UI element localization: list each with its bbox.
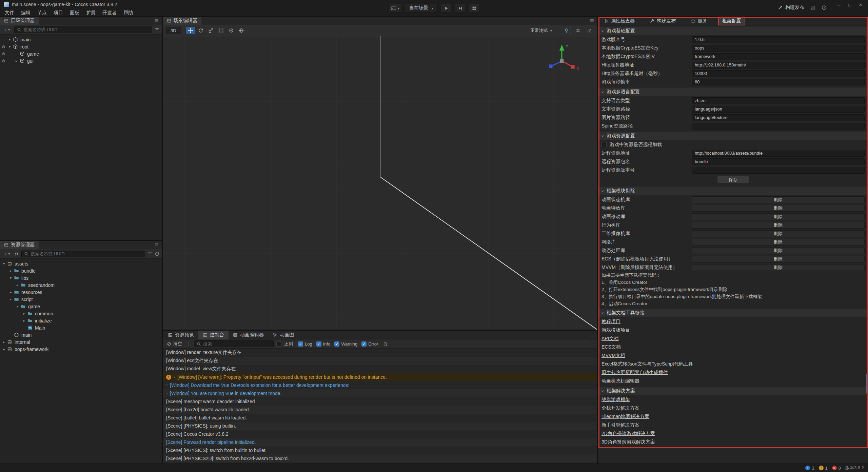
expand-arrow-icon[interactable]: ▾: [15, 304, 20, 308]
panel-menu-icon[interactable]: [152, 242, 162, 247]
config-input[interactable]: [692, 79, 865, 85]
config-input[interactable]: [692, 45, 865, 52]
inspector-tab[interactable]: 框架配置: [718, 17, 745, 25]
expand-arrow-icon[interactable]: ▸: [8, 290, 13, 294]
doc-link[interactable]: 动画状态机编辑器: [601, 378, 639, 384]
doc-link[interactable]: 教程项目: [601, 319, 620, 325]
config-input[interactable]: [692, 62, 865, 68]
panel-menu-icon[interactable]: [152, 18, 162, 23]
pivot-tool-button[interactable]: [227, 27, 236, 34]
axis-gizmo[interactable]: Y X: [543, 40, 581, 78]
doc-link[interactable]: 全栈开发解决方案: [601, 405, 639, 411]
expand-arrow-icon[interactable]: ▾: [7, 45, 12, 48]
minimize-button[interactable]: ─: [833, 1, 844, 8]
scene-selector-dropdown[interactable]: 当前场景▾: [405, 4, 438, 13]
console-tab[interactable]: 动画图: [268, 331, 298, 339]
tree-item[interactable]: ▾script: [0, 296, 162, 303]
create-asset-button[interactable]: +▾: [2, 251, 12, 257]
filter-checkbox[interactable]: ✓: [334, 341, 339, 347]
expand-arrow-icon[interactable]: ▾: [1, 262, 6, 266]
section-header[interactable]: ∨游戏多语言配置: [598, 87, 868, 96]
doc-link[interactable]: 新手引导解决方案: [601, 422, 639, 428]
scene-settings-button[interactable]: [585, 27, 594, 34]
config-input[interactable]: [692, 70, 865, 77]
log-row[interactable]: [Window] ecs文件夹存在: [163, 357, 597, 365]
tree-item[interactable]: ▸internal: [0, 338, 162, 346]
expand-arrow-icon[interactable]: ▸: [1, 340, 6, 344]
delete-button[interactable]: 删除: [692, 239, 865, 245]
scene-viewport[interactable]: Y X: [163, 36, 597, 330]
status-info-badge[interactable]: i3: [805, 466, 814, 471]
doc-link[interactable]: Tiledmap地图解决方案: [601, 414, 649, 420]
delete-button[interactable]: 删除: [692, 222, 865, 229]
tree-item[interactable]: ▸seedrandom: [0, 281, 162, 289]
filter-checkbox[interactable]: ✓: [316, 341, 321, 347]
log-row[interactable]: [Scene] [PHYSICS]: switch from builtin t…: [163, 446, 597, 454]
log-row[interactable]: [Scene] [PHYSICS]: using builtin.: [163, 422, 597, 430]
expand-arrow-icon[interactable]: ▸: [8, 269, 13, 273]
config-input[interactable]: [692, 150, 865, 157]
hierarchy-panel-tab[interactable]: 层级管理器: [0, 17, 39, 25]
delete-button[interactable]: 删除: [692, 196, 865, 203]
section-header[interactable]: ∨框架模块剔除: [598, 186, 868, 195]
panel-menu-icon[interactable]: [587, 333, 597, 337]
tree-item[interactable]: ▸oops-framework: [0, 346, 162, 353]
layout-grid-button[interactable]: [469, 4, 479, 13]
scrollbar-thumb[interactable]: [866, 374, 868, 393]
view-mode-dropdown[interactable]: 正常浏览 ▾: [530, 27, 552, 34]
config-input[interactable]: [692, 167, 865, 174]
log-row[interactable]: [Window] render_texture文件夹存在: [163, 349, 597, 357]
doc-link[interactable]: API文档: [601, 336, 619, 342]
menu-item[interactable]: 编辑: [18, 9, 34, 16]
grid-toggle-button[interactable]: [573, 27, 583, 34]
tree-item[interactable]: TSMain: [0, 324, 162, 331]
delete-button[interactable]: 删除: [692, 256, 865, 262]
doc-link[interactable]: Excel格式转Json文件与TypeScript代码工具: [601, 361, 693, 367]
config-input[interactable]: [692, 36, 865, 43]
expand-arrow-icon[interactable]: ▾: [8, 297, 13, 301]
menu-item[interactable]: 节点: [34, 9, 50, 16]
create-node-button[interactable]: +▾: [2, 26, 12, 33]
assets-panel-tab[interactable]: 资源管理器: [0, 241, 39, 249]
doc-link[interactable]: MVVM文档: [601, 353, 625, 359]
tree-item[interactable]: main: [0, 331, 162, 338]
expand-arrow-icon[interactable]: ›: [174, 375, 175, 379]
log-row[interactable]: [Scene] [box2d]:box2d wasm lib loaded.: [163, 406, 597, 414]
tree-item[interactable]: ▸initialize: [0, 317, 162, 324]
config-input[interactable]: [692, 106, 865, 113]
tree-item[interactable]: ▾root: [0, 43, 162, 50]
expand-arrow-icon[interactable]: ▸: [15, 283, 20, 287]
tree-item[interactable]: ▸resources: [0, 289, 162, 296]
log-file-icon[interactable]: [383, 342, 388, 346]
console-tab[interactable]: 动画编辑器: [229, 331, 268, 339]
expand-arrow-icon[interactable]: ›: [166, 383, 167, 388]
build-publish-button[interactable]: 构建发布: [778, 4, 804, 11]
section-header[interactable]: ∨框架解决方案: [598, 387, 868, 395]
expand-arrow-icon[interactable]: ▸: [22, 319, 27, 322]
doc-link[interactable]: 2D角色扮演游戏解决方案: [601, 431, 655, 437]
console-tab[interactable]: 资源预览: [163, 331, 198, 339]
delete-button[interactable]: 删除: [692, 205, 865, 212]
doc-link[interactable]: 3D角色扮演游戏解决方案: [601, 439, 655, 445]
log-row[interactable]: [Window] model_view文件夹存在: [163, 365, 597, 373]
step-button[interactable]: [455, 4, 466, 13]
doc-link[interactable]: 游戏模板项目: [601, 327, 630, 333]
save-button[interactable]: 保存: [717, 176, 749, 184]
close-button[interactable]: ✕: [855, 1, 866, 8]
doc-link[interactable]: 战旗游戏框架: [601, 397, 630, 403]
inspector-tab[interactable]: 服务: [687, 17, 711, 25]
assets-search-input[interactable]: [31, 251, 142, 256]
preview-device-button[interactable]: ▾: [389, 4, 402, 13]
tree-item[interactable]: ▾libs: [0, 274, 162, 281]
menu-item[interactable]: 项目: [50, 9, 66, 16]
regex-checkbox[interactable]: [276, 341, 281, 347]
log-row[interactable]: ›[Window] Download the Vue Devtools exte…: [163, 381, 597, 389]
config-input[interactable]: [692, 53, 865, 60]
inspector-tab[interactable]: 属性检查器: [600, 17, 638, 25]
maximize-button[interactable]: □: [844, 1, 855, 8]
tree-item[interactable]: ▸bundle: [0, 267, 162, 274]
world-tool-button[interactable]: [237, 27, 246, 34]
log-row[interactable]: ›[Window] You are running Vue in develop…: [163, 389, 597, 397]
tree-item[interactable]: ▾game: [0, 303, 162, 310]
clear-console-button[interactable]: 清空: [165, 341, 183, 347]
